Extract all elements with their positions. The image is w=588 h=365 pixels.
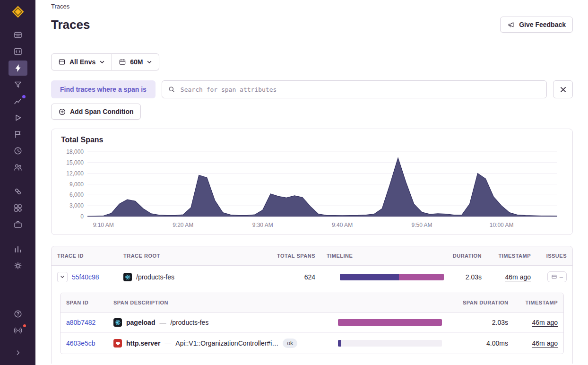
issues-mini-icon <box>551 274 557 280</box>
total-spans-panel: Total Spans 03,0006,0009,00012,00015,000… <box>51 129 573 235</box>
search-icon <box>168 86 175 93</box>
svg-text:9:40 AM: 9:40 AM <box>332 222 353 228</box>
chevron-down-icon <box>99 59 105 65</box>
span-duration: 2.03s <box>457 313 514 332</box>
svg-text:10:00 AM: 10:00 AM <box>490 222 514 228</box>
notification-dot <box>22 323 27 328</box>
add-condition-row: Add Span Condition <box>51 104 573 120</box>
trace-issues-indicator[interactable]: – <box>547 271 567 282</box>
col-span-duration: SPAN DURATION <box>457 293 514 312</box>
users-icon <box>13 163 23 172</box>
sidebar-item-insights[interactable] <box>9 94 27 109</box>
col-span-id: SPAN ID <box>61 293 108 312</box>
chevron-down-icon <box>147 59 152 65</box>
sidebar-item-user-feedback[interactable] <box>9 160 27 175</box>
col-trace-id: TRACE ID <box>52 246 118 265</box>
svg-text:0: 0 <box>80 213 84 220</box>
svg-text:15,000: 15,000 <box>66 159 84 166</box>
sentry-logo-icon <box>11 5 25 19</box>
span-row: 4603e5cb http.server — Api::V1::Organiza… <box>61 332 563 354</box>
total-spans-area-chart: 03,0006,0009,00012,00015,00018,0009:10 A… <box>60 145 563 233</box>
sidebar-item-stats[interactable] <box>9 242 27 257</box>
chevron-right-icon <box>14 349 22 356</box>
ruby-project-icon <box>113 339 122 348</box>
search-box[interactable] <box>162 80 547 98</box>
search-input[interactable] <box>180 86 541 94</box>
page-header: Traces Give Feedback <box>51 17 573 33</box>
issues-count-dash: – <box>560 273 563 280</box>
sidebar-item-crons[interactable] <box>9 143 27 158</box>
give-feedback-button[interactable]: Give Feedback <box>500 17 573 33</box>
sentry-logo[interactable] <box>11 5 25 21</box>
svg-text:9,000: 9,000 <box>69 181 84 188</box>
sidebar-item-help[interactable] <box>9 306 27 322</box>
sidebar-item-settings[interactable] <box>9 258 27 273</box>
react-project-icon <box>113 318 122 327</box>
svg-text:6,000: 6,000 <box>69 191 84 198</box>
trace-duration: 2.03s <box>440 268 487 287</box>
plus-circle-icon <box>58 108 66 116</box>
col-issues: ISSUES <box>536 246 572 265</box>
calendar-icon <box>119 58 126 66</box>
time-range-filter-button[interactable]: 60M <box>112 53 159 70</box>
help-icon <box>13 309 23 319</box>
col-trace-root: TRACE ROOT <box>118 246 250 265</box>
clock-icon <box>13 146 23 156</box>
sidebar-item-projects[interactable] <box>9 44 27 59</box>
svg-text:9:20 AM: 9:20 AM <box>173 222 193 228</box>
bar-chart-icon <box>13 244 23 254</box>
play-icon <box>13 113 23 122</box>
svg-text:9:30 AM: 9:30 AM <box>252 222 273 228</box>
col-duration: DURATION <box>440 246 487 265</box>
sidebar <box>0 0 35 365</box>
span-operation: pageload <box>126 319 155 326</box>
flag-icon <box>13 130 23 139</box>
clear-search-button[interactable] <box>553 80 573 98</box>
gear-icon <box>13 261 23 270</box>
trace-timeline-bar <box>340 274 444 280</box>
sidebar-item-whats-new[interactable] <box>9 323 27 338</box>
page-title: Traces <box>51 17 90 32</box>
separator: — <box>159 319 166 326</box>
span-timestamp: 46m ago <box>532 319 558 326</box>
separator: — <box>164 339 171 347</box>
svg-text:9:10 AM: 9:10 AM <box>93 222 114 228</box>
span-id-link[interactable]: a80b7482 <box>66 319 95 326</box>
sidebar-item-explore-traces[interactable] <box>9 61 27 76</box>
sidebar-item-feature-flags[interactable] <box>9 127 27 142</box>
span-timestamp: 46m ago <box>532 339 558 347</box>
sidebar-item-dashboards[interactable] <box>9 77 27 92</box>
trace-row[interactable]: 55f40c98 /products-fes 624 <box>52 266 572 288</box>
sidebar-collapse-button[interactable] <box>9 345 27 360</box>
environment-filter-label: All Envs <box>69 58 95 66</box>
breadcrumb[interactable]: Traces <box>51 0 573 10</box>
time-range-filter-label: 60M <box>130 58 143 66</box>
svg-text:3,000: 3,000 <box>69 202 84 209</box>
add-span-condition-button[interactable]: Add Span Condition <box>51 104 141 120</box>
close-icon <box>560 86 567 93</box>
span-timeline-bar <box>338 340 442 347</box>
chevron-down-icon <box>60 275 65 279</box>
notification-dot <box>22 95 26 98</box>
span-status-badge: ok <box>283 339 297 348</box>
sidebar-item-replays[interactable] <box>9 110 27 125</box>
col-timeline: TIMELINE <box>321 246 440 265</box>
funnel-icon <box>13 80 23 89</box>
sidebar-item-issues[interactable] <box>9 27 27 43</box>
react-atom-icon <box>114 319 121 326</box>
col-total-spans: TOTAL SPANS <box>250 246 321 265</box>
sidebar-item-releases[interactable] <box>9 184 27 199</box>
traces-bolt-icon <box>13 63 23 73</box>
span-search-bar: Find traces where a span is <box>51 80 573 98</box>
span-operation: http.server <box>126 339 160 347</box>
trace-id-link[interactable]: 55f40c98 <box>72 273 99 281</box>
span-id-link[interactable]: 4603e5cb <box>66 339 95 347</box>
sidebar-item-organization[interactable] <box>9 217 27 232</box>
collapse-trace-button[interactable] <box>57 272 68 282</box>
span-duration: 4.00ms <box>457 334 514 353</box>
environment-filter-button[interactable]: All Envs <box>51 53 112 70</box>
give-feedback-label: Give Feedback <box>519 21 566 28</box>
col-span-timeline <box>338 297 457 308</box>
svg-text:18,000: 18,000 <box>66 148 84 155</box>
sidebar-item-integrations[interactable] <box>9 200 27 216</box>
